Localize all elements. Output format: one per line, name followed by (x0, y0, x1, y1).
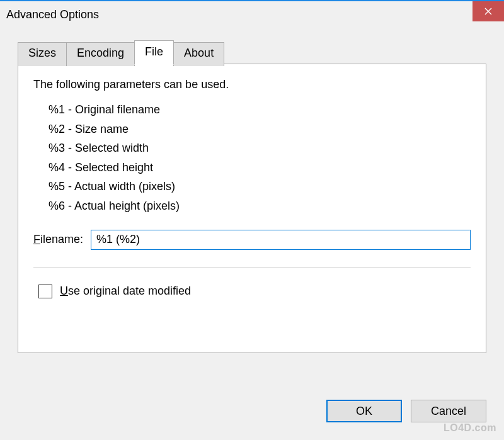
filename-input[interactable] (91, 230, 471, 250)
filename-label: Filename: (33, 233, 83, 246)
dialog-footer: OK Cancel (326, 400, 486, 422)
param-list: %1 - Original filename %2 - Size name %3… (49, 100, 471, 216)
titlebar: Advanced Options (0, 1, 504, 28)
close-icon (484, 8, 492, 15)
tab-sizes[interactable]: Sizes (18, 42, 67, 66)
tab-encoding[interactable]: Encoding (66, 42, 135, 66)
tab-about[interactable]: About (173, 42, 224, 66)
ok-button[interactable]: OK (326, 400, 402, 422)
close-button[interactable] (472, 1, 504, 21)
tab-file[interactable]: File (134, 40, 174, 65)
cancel-button[interactable]: Cancel (411, 400, 486, 422)
use-original-date-row: Use original date modified (38, 285, 471, 298)
param-item: %1 - Original filename (49, 100, 471, 120)
intro-text: The following parameters can be used. (33, 78, 471, 91)
watermark: LO4D.com (444, 422, 496, 434)
param-item: %6 - Actual height (pixels) (49, 196, 471, 216)
tab-panel-file: The following parameters can be used. %1… (18, 64, 486, 353)
param-item: %5 - Actual width (pixels) (49, 177, 471, 196)
window-title: Advanced Options (6, 8, 99, 21)
param-item: %4 - Selected height (49, 158, 471, 178)
use-original-date-checkbox[interactable] (38, 285, 52, 298)
use-original-date-label: Use original date modified (60, 285, 191, 298)
tab-container: Sizes Encoding File About The following … (18, 40, 486, 354)
param-item: %2 - Size name (49, 120, 471, 139)
param-item: %3 - Selected width (49, 138, 471, 158)
filename-row: Filename: (33, 230, 471, 250)
tab-strip: Sizes Encoding File About (18, 40, 486, 64)
dialog-window: Advanced Options Sizes Encoding File Abo… (0, 0, 504, 440)
divider (33, 268, 471, 268)
